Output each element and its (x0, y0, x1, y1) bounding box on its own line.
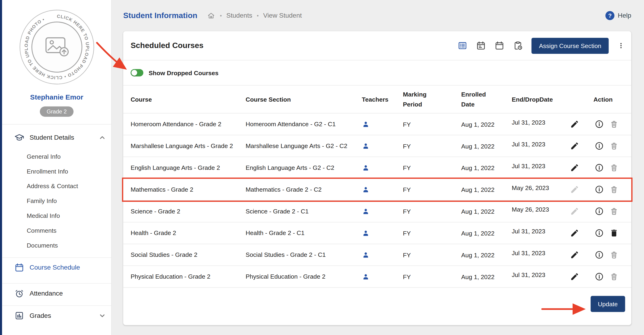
end-drop-date-cell: Jul 31, 2023 (512, 119, 567, 126)
edit-icon[interactable] (570, 250, 579, 259)
marking-period-cell: FY (403, 273, 461, 280)
show-dropped-courses-toggle[interactable] (130, 69, 143, 77)
teacher-person-icon[interactable] (362, 120, 370, 128)
trash-icon[interactable] (610, 272, 618, 281)
teacher-person-icon[interactable] (362, 186, 370, 193)
column-header-course-section: Course Section (246, 94, 359, 104)
action-cell (567, 163, 626, 172)
card-toolbar: Assign Course Section (458, 38, 625, 54)
end-drop-date-cell: Jul 31, 2023 (512, 249, 567, 256)
assign-course-section-button[interactable]: Assign Course Section (532, 38, 609, 54)
teacher-person-icon[interactable] (362, 273, 370, 281)
edit-icon[interactable] (570, 163, 579, 172)
info-icon[interactable] (594, 120, 604, 129)
calendar-grid-icon[interactable] (476, 41, 486, 51)
trash-icon[interactable] (610, 120, 618, 129)
table-row: Mathematics - Grade 2 Mathematics - Grad… (123, 179, 632, 201)
main-content: Student Information Students View Studen… (112, 0, 644, 335)
table-row: Science - Grade 2 Science - Grade 2 - C1… (123, 201, 632, 222)
edit-icon[interactable] (570, 272, 579, 281)
marking-period-cell: FY (403, 229, 461, 236)
student-name: Stephanie Emor (2, 93, 111, 101)
schedule-list-icon[interactable] (458, 41, 468, 51)
sidebar-item-comments[interactable]: Comments (2, 223, 111, 238)
course-section-cell: Science - Grade 2 - C1 (246, 206, 359, 216)
trash-icon[interactable] (610, 250, 618, 259)
sidebar-item-medical-info[interactable]: Medical Info (2, 208, 111, 223)
submenu-label: Address & Contact (27, 182, 78, 189)
photo-upload-button[interactable]: CLICK HERE TO UPLOAD PHOTO • CLICK HERE … (19, 9, 95, 85)
teachers-cell (359, 164, 403, 172)
course-cell: Health - Grade 2 (130, 228, 246, 238)
teachers-cell (359, 142, 403, 150)
sidebar-item-student-details[interactable]: Student Details (2, 128, 111, 148)
info-icon[interactable] (594, 207, 604, 216)
photo-upload-icon: CLICK HERE TO UPLOAD PHOTO • CLICK HERE … (19, 9, 95, 85)
action-cell (567, 228, 626, 238)
teacher-person-icon[interactable] (362, 142, 370, 150)
sidebar-item-grades[interactable]: Grades (2, 306, 111, 325)
marking-period-cell: FY (403, 208, 461, 215)
edit-icon[interactable] (570, 120, 579, 129)
action-cell (567, 185, 626, 194)
sidebar-item-documents[interactable]: Documents (2, 238, 111, 252)
update-button[interactable]: Update (590, 296, 625, 312)
breadcrumb-students[interactable]: Students (226, 12, 252, 19)
sidebar-item-course-schedule[interactable]: Course Schedule (2, 258, 111, 277)
home-icon[interactable] (207, 12, 215, 20)
info-icon[interactable] (594, 185, 604, 194)
kebab-menu-icon[interactable] (617, 41, 625, 51)
end-drop-date-cell: Jul 31, 2023 (512, 271, 567, 278)
trash-icon[interactable] (610, 228, 618, 238)
trash-icon[interactable] (610, 207, 618, 216)
sidebar-item-general-info[interactable]: General Info (2, 149, 111, 164)
table-row: Marshallese Language Arts - Grade 2 Mars… (123, 135, 632, 157)
end-drop-date-cell: May 26, 2023 (512, 184, 567, 191)
sidebar-item-enrollment-info[interactable]: Enrollment Info (2, 164, 111, 178)
info-icon[interactable] (594, 141, 604, 150)
teachers-cell (359, 251, 403, 259)
enrolled-date-cell: Aug 1, 2022 (461, 208, 512, 215)
trash-icon[interactable] (610, 163, 618, 172)
edit-icon[interactable] (570, 228, 579, 238)
edit-icon[interactable] (570, 141, 579, 150)
edit-icon[interactable] (570, 207, 579, 216)
sidebar-item-address-contact[interactable]: Address & Contact (2, 178, 111, 193)
teachers-cell (359, 229, 403, 237)
sidebar-divider (2, 124, 111, 125)
course-cell: English Language Arts - Grade 2 (130, 163, 246, 172)
edit-icon[interactable] (570, 185, 579, 194)
breadcrumb-separator (257, 12, 259, 19)
trash-icon[interactable] (610, 141, 618, 150)
end-drop-date-cell: Jul 31, 2023 (512, 228, 567, 234)
teacher-person-icon[interactable] (362, 251, 370, 259)
teacher-person-icon[interactable] (362, 229, 370, 237)
enrolled-date-cell: Aug 1, 2022 (461, 273, 512, 280)
info-icon[interactable] (594, 163, 604, 172)
sidebar-item-attendance[interactable]: Attendance (2, 283, 111, 303)
teacher-person-icon[interactable] (362, 164, 370, 172)
page-header: Student Information Students View Studen… (123, 0, 632, 31)
teacher-person-icon[interactable] (362, 207, 370, 215)
submenu-label: Medical Info (27, 212, 60, 219)
trash-icon[interactable] (610, 185, 618, 194)
enrolled-date-cell: Aug 1, 2022 (461, 164, 512, 171)
course-cell: Physical Education - Grade 2 (130, 272, 246, 281)
column-header-enrolled-date: Enrolled Date (461, 90, 512, 109)
info-icon[interactable] (594, 250, 604, 259)
calendar-icon[interactable] (495, 41, 505, 51)
marking-period-cell: FY (403, 142, 461, 149)
enrolled-date-cell: Aug 1, 2022 (461, 251, 512, 258)
attendance-clock-icon (14, 289, 24, 298)
end-drop-date-cell: Jul 31, 2023 (512, 140, 567, 147)
sidebar-item-family-info[interactable]: Family Info (2, 193, 111, 208)
clipboard-clock-icon[interactable] (513, 41, 523, 51)
help-button[interactable]: ? Help (606, 11, 631, 20)
course-section-cell: English Language Arts - G2 - C2 (246, 163, 359, 172)
info-icon[interactable] (594, 272, 604, 281)
info-icon[interactable] (594, 228, 604, 238)
grade-badge: Grade 2 (40, 107, 74, 117)
action-cell (567, 141, 626, 150)
table-row: Health - Grade 2 Health - Grade 2 - C1 F… (123, 222, 632, 244)
action-cell (567, 120, 626, 129)
